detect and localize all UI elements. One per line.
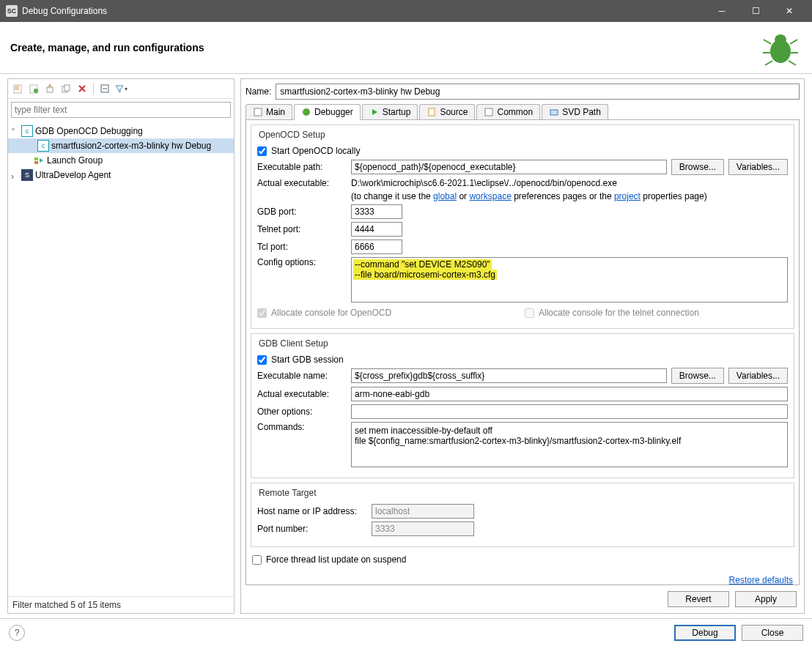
- exepath-label: Executable path:: [257, 162, 347, 172]
- tcl-port-input[interactable]: [351, 240, 402, 254]
- project-link[interactable]: project: [614, 191, 641, 201]
- gdb-port-label: GDB port:: [257, 207, 347, 217]
- tab-common[interactable]: Common: [476, 104, 540, 119]
- tab-main[interactable]: Main: [246, 104, 292, 119]
- config-tree[interactable]: ˅ c GDB OpenOCD Debugging c smartfusion2…: [8, 121, 234, 596]
- config-form-pane: Name: Main Debugger Startup Source Commo…: [240, 78, 805, 614]
- new-proto-icon[interactable]: [26, 81, 41, 96]
- svg-line-3: [790, 40, 797, 44]
- name-input[interactable]: [276, 83, 800, 100]
- duplicate-icon[interactable]: [59, 81, 73, 96]
- minimize-button[interactable]: ─: [705, 0, 739, 22]
- tree-label: smartfusion2-cortex-m3-blinky hw Debug: [51, 141, 211, 151]
- restore-defaults-link[interactable]: Restore defaults: [729, 575, 793, 585]
- workspace-link[interactable]: workspace: [469, 191, 511, 201]
- filter-input[interactable]: [11, 102, 231, 118]
- tree-item-gdb-openocd[interactable]: ˅ c GDB OpenOCD Debugging: [8, 124, 234, 138]
- start-openocd-checkbox[interactable]: [257, 146, 267, 156]
- tree-label: Launch Group: [47, 155, 103, 166]
- chevron-right-icon[interactable]: ›: [11, 171, 19, 179]
- host-label: Host name or IP address:: [257, 506, 367, 516]
- collapse-icon[interactable]: [97, 81, 112, 96]
- close-button[interactable]: Close: [742, 625, 803, 641]
- revert-button[interactable]: Revert: [668, 591, 729, 607]
- openocd-group: OpenOCD Setup Start OpenOCD locally Exec…: [251, 125, 794, 329]
- close-window-button[interactable]: ✕: [772, 0, 806, 22]
- tree-label: UltraDevelop Agent: [35, 170, 111, 180]
- group-title: Remote Target: [257, 488, 318, 498]
- tab-startup[interactable]: Startup: [362, 104, 418, 119]
- tree-item-launch-group[interactable]: Launch Group: [8, 153, 234, 168]
- start-openocd-label: Start OpenOCD locally: [271, 146, 360, 156]
- export-icon[interactable]: [43, 81, 57, 96]
- config-options-textarea[interactable]: [351, 257, 788, 302]
- force-thread-checkbox[interactable]: [252, 555, 262, 565]
- global-link[interactable]: global: [433, 191, 457, 201]
- svg-rect-16: [34, 161, 38, 164]
- config-tabs: Main Debugger Startup Source Common SVD …: [246, 104, 800, 120]
- apply-row: Revert Apply: [246, 585, 800, 613]
- tree-filter-status: Filter matched 5 of 15 items: [8, 596, 234, 613]
- name-label: Name:: [246, 86, 271, 97]
- tab-debugger[interactable]: Debugger: [294, 104, 361, 120]
- svg-point-10: [34, 89, 38, 93]
- actual-exe-label: Actual executable:: [257, 178, 347, 188]
- tree-item-selected-config[interactable]: c smartfusion2-cortex-m3-blinky hw Debug: [8, 138, 234, 153]
- port-input: [372, 521, 474, 536]
- gdb-exe-label: Executable name:: [257, 371, 347, 381]
- force-thread-label: Force thread list update on suspend: [266, 554, 406, 565]
- browse-button[interactable]: Browse...: [671, 159, 724, 175]
- svg-line-7: [789, 61, 796, 65]
- svg-point-1: [775, 34, 786, 45]
- variables-button[interactable]: Variables...: [728, 368, 788, 384]
- hint-text: (to change it use the global or workspac…: [351, 191, 707, 201]
- gdb-exe-input[interactable]: [351, 368, 667, 383]
- launch-group-icon: [33, 155, 45, 166]
- variables-button[interactable]: Variables...: [728, 159, 788, 175]
- svg-line-2: [764, 40, 771, 44]
- alloc-telnet-label: Allocate console for the telnet connecti…: [539, 308, 788, 318]
- svg-rect-20: [485, 108, 492, 116]
- chevron-down-icon[interactable]: ˅: [11, 127, 19, 136]
- tree-label: GDB OpenOCD Debugging: [35, 126, 143, 136]
- svg-line-6: [765, 61, 772, 65]
- gdb-client-group: GDB Client Setup Start GDB session Execu…: [251, 333, 794, 478]
- tcl-port-label: Tcl port:: [257, 242, 347, 252]
- new-config-icon[interactable]: [10, 81, 25, 96]
- port-label: Port number:: [257, 524, 367, 534]
- commands-textarea[interactable]: [351, 422, 788, 467]
- svg-rect-17: [254, 108, 262, 116]
- debug-button[interactable]: Debug: [674, 625, 736, 641]
- config-options-label: Config options:: [257, 257, 347, 267]
- exepath-input[interactable]: [351, 160, 667, 174]
- help-icon[interactable]: ?: [9, 625, 25, 641]
- alloc-telnet-checkbox: [525, 308, 534, 318]
- banner-heading: Create, manage, and run configurations: [10, 42, 762, 53]
- telnet-port-input[interactable]: [351, 222, 402, 237]
- title-bar: SC Debug Configurations ─ ☐ ✕: [0, 0, 812, 22]
- host-input: [372, 504, 474, 519]
- tab-source[interactable]: Source: [419, 104, 475, 119]
- apply-button[interactable]: Apply: [735, 591, 797, 607]
- filter-icon[interactable]: ▾: [114, 81, 128, 96]
- svg-rect-13: [64, 85, 70, 91]
- tree-item-ultradevelop[interactable]: › S UltraDevelop Agent: [8, 168, 234, 182]
- start-gdb-checkbox[interactable]: [257, 355, 267, 365]
- delete-icon[interactable]: [75, 81, 89, 96]
- configurations-tree-pane: ▾ ˅ c GDB OpenOCD Debugging c smartfusio…: [7, 78, 235, 614]
- svg-rect-19: [429, 108, 435, 116]
- other-options-input[interactable]: [351, 404, 788, 419]
- dialog-footer: ? Debug Close: [0, 618, 812, 647]
- remote-target-group: Remote Target Host name or IP address: P…: [251, 483, 794, 547]
- window-title: Debug Configurations: [22, 6, 705, 16]
- maximize-button[interactable]: ☐: [739, 0, 772, 22]
- gdb-actual-label: Actual executable:: [257, 389, 347, 399]
- tree-toolbar: ▾: [8, 79, 234, 99]
- gdb-port-input[interactable]: [351, 204, 402, 219]
- browse-button[interactable]: Browse...: [671, 368, 724, 384]
- alloc-openocd-label: Allocate console for OpenOCD: [271, 308, 520, 318]
- svg-rect-21: [550, 110, 558, 115]
- alloc-openocd-checkbox: [257, 308, 267, 318]
- c-icon: c: [21, 125, 33, 137]
- tab-svdpath[interactable]: SVD Path: [542, 104, 608, 119]
